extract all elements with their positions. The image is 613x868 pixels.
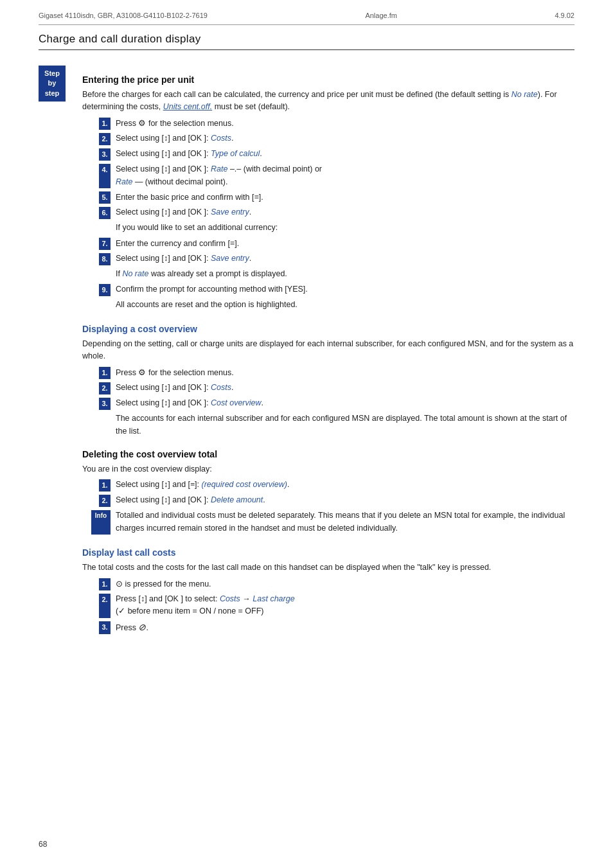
step-9b-text: All accounts are reset and the option is… <box>116 299 574 311</box>
display-last-heading: Display last call costs <box>82 547 574 558</box>
disp-step-2-row: 2. Select using [↕] and [OK ]: Costs. <box>82 382 574 394</box>
step-8-text: Select using [↕] and [OK ]: Save entry. <box>116 252 574 265</box>
costs-ref: Costs <box>211 134 231 143</box>
disp-step-3-badge: 3. <box>99 398 111 410</box>
displaying-heading: Displaying a cost overview <box>82 324 574 334</box>
section-entering-price: Entering the price per unit Before the c… <box>82 75 574 311</box>
units-centoff-ref: Units cent.off. <box>163 102 212 111</box>
last-charge-ref: Last charge <box>253 594 294 603</box>
step-8-badge: 8. <box>99 253 111 265</box>
disp-step-3-row: 3. Select using [↕] and [OK ]: Cost over… <box>82 397 574 410</box>
rate-ref: Rate <box>211 164 227 173</box>
page-number: 68 <box>39 840 47 849</box>
meta-product: Gigaset 4110isdn, GBR, A31008-G4110-B102… <box>39 12 208 19</box>
step-by-step-badge: Stepbystep <box>39 66 66 102</box>
step-3-row: 3. Select using [↕] and [OK ]: Type of c… <box>82 148 574 161</box>
meta-date: 4.9.02 <box>555 12 574 19</box>
disp-step-2-badge: 2. <box>99 382 111 394</box>
deleting-intro: You are in the cost overview display: <box>82 463 574 475</box>
last-step-3-text: Press ⊘. <box>116 621 574 635</box>
entering-price-intro: Before the charges for each call can be … <box>82 89 574 114</box>
last-step-2-row: 2. Press [↕] and [OK ] to select: Costs … <box>82 593 574 618</box>
page-title: Charge and call duration display <box>39 33 200 45</box>
section-display-last: Display last call costs The total costs … <box>82 547 574 634</box>
save-entry-ref1: Save entry <box>211 208 249 217</box>
step-3-text: Select using [↕] and [OK ]: Type of calc… <box>116 148 574 161</box>
step-7-row: 7. Enter the currency and confirm [≡]. <box>82 237 574 250</box>
del-info-text: Totalled and individual costs must be de… <box>116 509 574 535</box>
deleting-heading: Deleting the cost overview total <box>82 449 574 459</box>
disp-step-3b-row: The accounts for each internal subscribe… <box>82 412 574 438</box>
step-2-badge: 2. <box>99 133 111 145</box>
no-rate-ref2: No rate <box>122 269 148 278</box>
step-6-badge: 6. <box>99 207 111 219</box>
step-5-text: Enter the basic price and confirm with [… <box>116 191 574 204</box>
step-9-text: Confirm the prompt for accounting method… <box>116 283 574 296</box>
step-5-row: 5. Enter the basic price and confirm wit… <box>82 191 574 204</box>
step-5-badge: 5. <box>99 191 111 204</box>
step-2-text: Select using [↕] and [OK ]: Costs. <box>116 132 574 145</box>
step-1-badge: 1. <box>99 118 111 130</box>
step-3-badge: 3. <box>99 148 111 161</box>
disp-step-1-badge: 1. <box>99 367 111 379</box>
del-step-1-badge: 1. <box>99 479 111 492</box>
disp-step-1-text: Press ⚙ for the selection menus. <box>116 366 574 379</box>
step-4-badge: 4. <box>99 164 111 188</box>
del-step-2-badge: 2. <box>99 495 111 507</box>
step-4-row: 4. Select using [↕] and [OK ]: Rate –.– … <box>82 163 574 188</box>
step-2-row: 2. Select using [↕] and [OK ]: Costs. <box>82 132 574 145</box>
del-step-2-row: 2. Select using [↕] and [OK ]: Delete am… <box>82 494 574 507</box>
last-step-3-row: 3. Press ⊘. <box>82 621 574 635</box>
section-displaying: Displaying a cost overview Depending on … <box>82 324 574 438</box>
step-1-text: Press ⚙ for the selection menus. <box>116 117 574 130</box>
req-cost-overview-ref: (required cost overview) <box>202 480 287 489</box>
step-9-row: 9. Confirm the prompt for accounting met… <box>82 283 574 296</box>
displaying-intro: Depending on the setting, call or charge… <box>82 338 574 363</box>
last-step-1-badge: 1. <box>99 578 111 590</box>
entering-price-heading: Entering the price per unit <box>82 75 574 85</box>
disp-step-3b-text: The accounts for each internal subscribe… <box>116 412 574 438</box>
disp-step-1-row: 1. Press ⚙ for the selection menus. <box>82 366 574 379</box>
disp-step-3-text: Select using [↕] and [OK ]: Cost overvie… <box>116 397 574 410</box>
step-8b-text: If No rate was already set a prompt is d… <box>116 268 574 280</box>
step-9-badge: 9. <box>99 284 111 296</box>
delete-amount-ref: Delete amount <box>211 495 263 504</box>
step-6-text: Select using [↕] and [OK ]: Save entry. <box>116 206 574 219</box>
step-6-row: 6. Select using [↕] and [OK ]: Save entr… <box>82 206 574 219</box>
step-4-text: Select using [↕] and [OK ]: Rate –.– (wi… <box>116 163 574 188</box>
disp-step-2-text: Select using [↕] and [OK ]: Costs. <box>116 382 574 394</box>
meta-file: Anlage.fm <box>365 12 397 19</box>
step-7-badge: 7. <box>99 238 111 250</box>
disp-costs-ref: Costs <box>211 383 231 392</box>
display-last-intro: The total costs and the costs for the la… <box>82 562 574 574</box>
step-7-text: Enter the currency and confirm [≡]. <box>116 237 574 250</box>
type-calcul-ref: Type of calcul <box>211 149 260 158</box>
section-deleting: Deleting the cost overview total You are… <box>82 449 574 535</box>
step-1-row: 1. Press ⚙ for the selection menus. <box>82 117 574 130</box>
costs-ref3: Costs <box>220 594 240 603</box>
rate-ref2: Rate <box>116 177 132 186</box>
step-8b-row: If No rate was already set a prompt is d… <box>82 268 574 280</box>
last-step-2-badge: 2. <box>99 594 111 618</box>
step-8-row: 8. Select using [↕] and [OK ]: Save entr… <box>82 252 574 265</box>
step-6b-row: If you would like to set an additional c… <box>82 222 574 234</box>
last-step-1-row: 1. ⊙ is pressed for the menu. <box>82 578 574 590</box>
step-9b-row: All accounts are reset and the option is… <box>82 299 574 311</box>
step-6b-text: If you would like to set an additional c… <box>116 222 574 234</box>
del-info-row: Info Totalled and individual costs must … <box>82 509 574 535</box>
info-badge: Info <box>91 510 111 535</box>
last-step-3-badge: 3. <box>99 621 111 635</box>
del-step-1-row: 1. Select using [↕] and [≡]: (required c… <box>82 479 574 492</box>
save-entry-ref2: Save entry <box>211 254 249 263</box>
last-step-2-text: Press [↕] and [OK ] to select: Costs → L… <box>116 593 574 618</box>
no-rate-ref: No rate <box>511 90 538 99</box>
del-step-2-text: Select using [↕] and [OK ]: Delete amoun… <box>116 494 574 507</box>
last-step-1-text: ⊙ is pressed for the menu. <box>116 578 574 590</box>
del-step-1-text: Select using [↕] and [≡]: (required cost… <box>116 479 574 492</box>
cost-overview-ref: Cost overview <box>211 398 262 407</box>
